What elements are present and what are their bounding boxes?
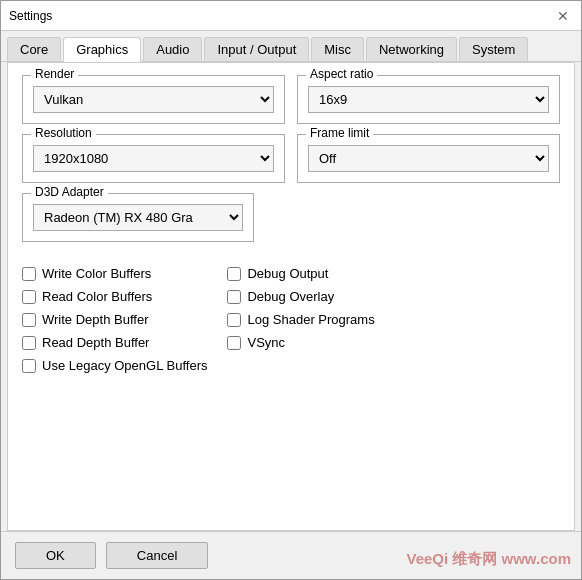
render-group: Render Vulkan OpenGL Direct3D 11 Direct3… xyxy=(22,75,285,124)
cancel-button[interactable]: Cancel xyxy=(106,542,208,569)
render-select[interactable]: Vulkan OpenGL Direct3D 11 Direct3D 12 xyxy=(33,86,274,113)
checkbox-write-depth-buffer[interactable]: Write Depth Buffer xyxy=(22,312,207,327)
tab-audio[interactable]: Audio xyxy=(143,37,202,61)
checkbox-write-depth-buffer-label: Write Depth Buffer xyxy=(42,312,148,327)
checkbox-write-color-buffers[interactable]: Write Color Buffers xyxy=(22,266,207,281)
checkbox-debug-output[interactable]: Debug Output xyxy=(227,266,374,281)
checkbox-col-left: Write Color Buffers Read Color Buffers W… xyxy=(22,266,207,373)
checkbox-use-legacy-opengl-input[interactable] xyxy=(22,359,36,373)
checkbox-log-shader-programs-label: Log Shader Programs xyxy=(247,312,374,327)
checkbox-debug-overlay-label: Debug Overlay xyxy=(247,289,334,304)
checkbox-col-right: Debug Output Debug Overlay Log Shader Pr… xyxy=(227,266,374,373)
checkbox-debug-output-input[interactable] xyxy=(227,267,241,281)
resolution-label: Resolution xyxy=(31,126,96,140)
title-bar: Settings ✕ xyxy=(1,1,581,31)
checkbox-write-depth-buffer-input[interactable] xyxy=(22,313,36,327)
aspect-ratio-label: Aspect ratio xyxy=(306,67,377,81)
checkbox-read-color-buffers-input[interactable] xyxy=(22,290,36,304)
checkbox-write-color-buffers-label: Write Color Buffers xyxy=(42,266,151,281)
aspect-ratio-group: Aspect ratio 16x9 4:3 Stretch Fit xyxy=(297,75,560,124)
ok-button[interactable]: OK xyxy=(15,542,96,569)
checkbox-read-color-buffers[interactable]: Read Color Buffers xyxy=(22,289,207,304)
checkbox-vsync-input[interactable] xyxy=(227,336,241,350)
checkbox-log-shader-programs-input[interactable] xyxy=(227,313,241,327)
tab-graphics[interactable]: Graphics xyxy=(63,37,141,62)
settings-window: Settings ✕ Core Graphics Audio Input / O… xyxy=(0,0,582,580)
window-body: Core Graphics Audio Input / Output Misc … xyxy=(1,31,581,579)
frame-limit-label: Frame limit xyxy=(306,126,373,140)
checkboxes-section: Write Color Buffers Read Color Buffers W… xyxy=(22,266,560,373)
checkbox-read-depth-buffer-label: Read Depth Buffer xyxy=(42,335,149,350)
checkbox-vsync-label: VSync xyxy=(247,335,285,350)
row-resolution-framelimit: Resolution 1920x1080 1280x720 2560x1440 … xyxy=(22,134,560,183)
footer: OK Cancel xyxy=(1,531,581,579)
checkbox-debug-overlay[interactable]: Debug Overlay xyxy=(227,289,374,304)
checkbox-write-color-buffers-input[interactable] xyxy=(22,267,36,281)
checkbox-read-depth-buffer[interactable]: Read Depth Buffer xyxy=(22,335,207,350)
checkbox-vsync[interactable]: VSync xyxy=(227,335,374,350)
resolution-group: Resolution 1920x1080 1280x720 2560x1440 … xyxy=(22,134,285,183)
checkbox-log-shader-programs[interactable]: Log Shader Programs xyxy=(227,312,374,327)
tab-core[interactable]: Core xyxy=(7,37,61,61)
checkbox-read-color-buffers-label: Read Color Buffers xyxy=(42,289,152,304)
tab-content: Render Vulkan OpenGL Direct3D 11 Direct3… xyxy=(7,62,575,531)
checkbox-use-legacy-opengl-label: Use Legacy OpenGL Buffers xyxy=(42,358,207,373)
tab-system[interactable]: System xyxy=(459,37,528,61)
frame-limit-group: Frame limit Off 30 60 120 144 xyxy=(297,134,560,183)
window-title: Settings xyxy=(9,9,52,23)
row-render-aspect: Render Vulkan OpenGL Direct3D 11 Direct3… xyxy=(22,75,560,124)
d3d-adapter-row: D3D Adapter Radeon (TM) RX 480 Gra xyxy=(22,193,560,252)
tab-networking[interactable]: Networking xyxy=(366,37,457,61)
d3d-adapter-group: D3D Adapter Radeon (TM) RX 480 Gra xyxy=(22,193,254,242)
d3d-adapter-select[interactable]: Radeon (TM) RX 480 Gra xyxy=(33,204,243,231)
resolution-select[interactable]: 1920x1080 1280x720 2560x1440 3840x2160 xyxy=(33,145,274,172)
render-group-label: Render xyxy=(31,67,78,81)
aspect-ratio-select[interactable]: 16x9 4:3 Stretch Fit xyxy=(308,86,549,113)
tab-misc[interactable]: Misc xyxy=(311,37,364,61)
checkbox-debug-output-label: Debug Output xyxy=(247,266,328,281)
d3d-adapter-label: D3D Adapter xyxy=(31,185,108,199)
checkbox-debug-overlay-input[interactable] xyxy=(227,290,241,304)
checkbox-use-legacy-opengl[interactable]: Use Legacy OpenGL Buffers xyxy=(22,358,207,373)
frame-limit-select[interactable]: Off 30 60 120 144 xyxy=(308,145,549,172)
close-button[interactable]: ✕ xyxy=(553,6,573,26)
tab-input-output[interactable]: Input / Output xyxy=(204,37,309,61)
tab-bar: Core Graphics Audio Input / Output Misc … xyxy=(1,31,581,62)
checkbox-read-depth-buffer-input[interactable] xyxy=(22,336,36,350)
